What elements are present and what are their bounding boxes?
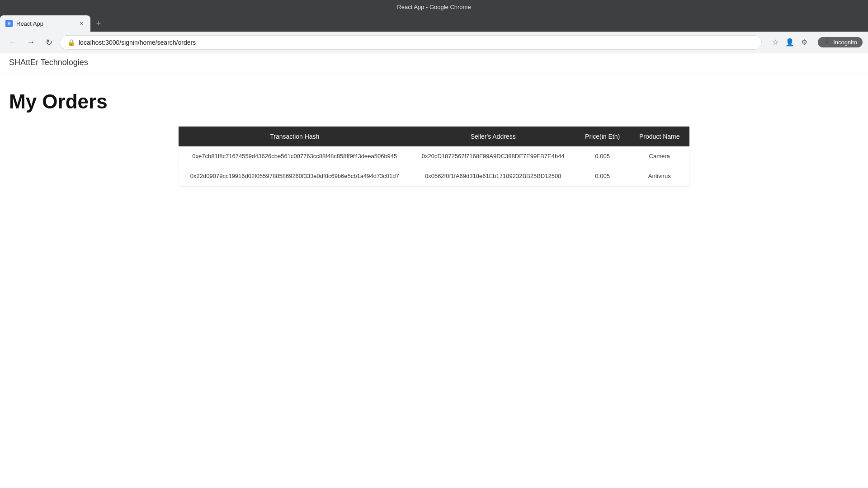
incognito-area: 🕴 Incognito xyxy=(814,37,863,47)
col-header-transaction-hash: Transaction Hash xyxy=(179,127,411,146)
incognito-button[interactable]: 🕴 Incognito xyxy=(818,37,863,47)
address-bar[interactable]: 🔒 localhost:3000/signin/home/search/orde… xyxy=(60,35,762,50)
cell-price-1: 0.005 xyxy=(576,166,630,186)
back-button[interactable]: ← xyxy=(5,35,20,50)
tab-favicon: R xyxy=(5,20,13,27)
table-row: 0xe7cb81f8c71674559d43626cbe561c007763cc… xyxy=(179,146,689,166)
cell-product_name-0: Camera xyxy=(629,146,689,166)
col-header-product-name: Product Name xyxy=(629,127,689,146)
title-bar-text: React App - Google Chrome xyxy=(397,4,471,10)
orders-table: Transaction Hash Seller's Address Price(… xyxy=(179,127,689,186)
new-tab-button[interactable]: + xyxy=(92,17,105,30)
forward-button[interactable]: → xyxy=(24,35,38,50)
tab-close-button[interactable]: ✕ xyxy=(78,20,85,27)
toolbar: ← → ↻ 🔒 localhost:3000/signin/home/searc… xyxy=(0,32,868,53)
url-display: localhost:3000/signin/home/search/orders xyxy=(79,39,754,46)
site-brand: SHAttEr Technologies xyxy=(9,58,88,67)
cell-seller_address-0: 0x20cD1872567f7168F99A9DC388DE7E99FB7E4b… xyxy=(411,146,576,166)
incognito-label: Incognito xyxy=(833,39,857,46)
page-body: My Orders Transaction Hash Seller's Addr… xyxy=(0,72,868,195)
col-header-seller-address: Seller's Address xyxy=(411,127,576,146)
cell-transaction_hash-1: 0x22d09079cc19916d02f05597885869260f333e… xyxy=(179,166,411,186)
address-bar-actions: ☆ 👤 ⚙ xyxy=(769,36,811,49)
extension-icon[interactable]: ⚙ xyxy=(798,36,811,49)
lock-icon: 🔒 xyxy=(67,39,75,46)
incognito-hat-icon: 🕴 xyxy=(823,39,830,46)
cell-price-0: 0.005 xyxy=(576,146,630,166)
active-tab[interactable]: R React App ✕ xyxy=(0,15,90,32)
site-header: SHAttEr Technologies xyxy=(0,53,868,72)
tab-label: React App xyxy=(16,20,43,27)
page-content: SHAttEr Technologies My Orders Transacti… xyxy=(0,53,868,488)
page-heading: My Orders xyxy=(9,90,859,113)
cell-transaction_hash-0: 0xe7cb81f8c71674559d43626cbe561c007763cc… xyxy=(179,146,411,166)
bookmark-icon[interactable]: ☆ xyxy=(769,36,782,49)
cell-seller_address-1: 0x0562f0f1fA69d318e61Eb17189232BB25BD125… xyxy=(411,166,576,186)
cell-product_name-1: Antivirus xyxy=(629,166,689,186)
table-row: 0x22d09079cc19916d02f05597885869260f333e… xyxy=(179,166,689,186)
col-header-price: Price(in Eth) xyxy=(576,127,630,146)
reload-button[interactable]: ↻ xyxy=(42,35,56,50)
profile-icon[interactable]: 👤 xyxy=(783,36,796,49)
table-header-row: Transaction Hash Seller's Address Price(… xyxy=(179,127,689,146)
